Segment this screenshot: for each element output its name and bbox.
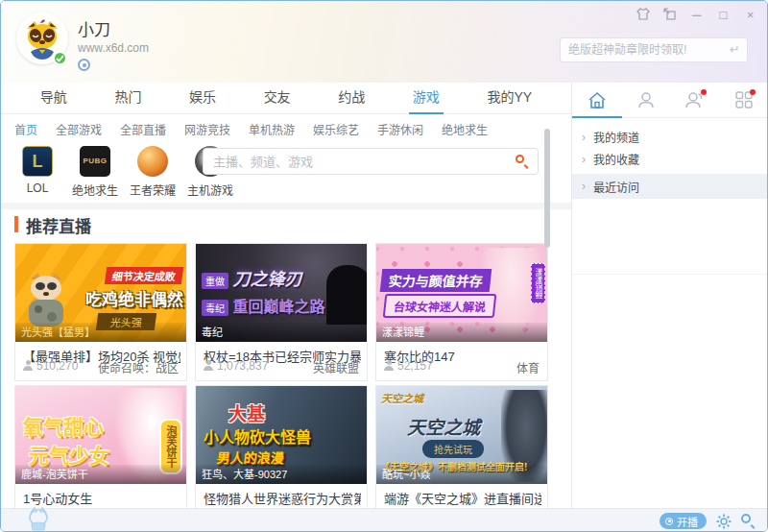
- status-target-icon[interactable]: [78, 59, 90, 71]
- streamer-name: 狂鸟、大基-90327: [196, 465, 367, 484]
- skin-icon[interactable]: [636, 8, 650, 22]
- stream-thumbnail: 天空之城 天空之城 抢先试玩 《天空之城》不删档测试全面开启! 酷玩~小焱: [376, 386, 547, 484]
- pubg-icon: PUBG: [80, 146, 110, 177]
- footer-actions: 开播: [660, 513, 756, 529]
- tab-yule[interactable]: 娱乐: [189, 83, 216, 114]
- streamer-name: 鹿城-泡芙饼干: [15, 465, 186, 484]
- thumb-main-text: 大基: [228, 399, 265, 425]
- thumb-sub-text: 台球女神迷人解说: [383, 294, 497, 318]
- close-button[interactable]: ×: [743, 8, 757, 22]
- chevron-right-icon: ›: [582, 180, 586, 193]
- character-silhouette: [326, 265, 367, 325]
- thumb-main-text: 氧气甜心: [23, 411, 104, 440]
- tab-yuezhan[interactable]: 约战: [338, 83, 365, 114]
- tab-jiaoyou[interactable]: 交友: [264, 83, 291, 114]
- streamer-name: 毒纪: [196, 323, 367, 342]
- sidebar-item-label: 我的频道: [593, 129, 639, 145]
- tab-daohang[interactable]: 导航: [40, 83, 67, 114]
- subnav-all-games[interactable]: 全部游戏: [56, 121, 102, 137]
- tab-remen[interactable]: 热门: [114, 83, 141, 114]
- thumb-tag: 重做: [202, 273, 228, 289]
- streamer-name: 光头强【猛男】: [15, 323, 186, 342]
- stream-card-5[interactable]: 大基 小人物砍大怪兽 男人的浪漫 狂鸟、大基-90327 怪物猎人世界迷惑行为大…: [195, 385, 368, 523]
- stream-card-4[interactable]: 氧气甜心 元气少女 泡芙饼干 鹿城-泡芙饼干 1号心动女生: [14, 385, 187, 523]
- quick-game-lol[interactable]: L LOL: [14, 146, 60, 198]
- thumb-side-tag: 漾漾锦鲤: [531, 263, 545, 303]
- footer-search-icon[interactable]: [741, 514, 756, 528]
- stream-title[interactable]: 怪物猎人世界迷惑行为大赏第2...: [204, 489, 361, 507]
- divider-band: [1, 203, 571, 209]
- stream-card-3[interactable]: 实力与颜值并存 台球女神迷人解说 漾漾锦鲤 漾漾锦鲤 塞尔比的147 52,15…: [375, 243, 548, 381]
- user-url: www.x6d.com: [78, 41, 149, 55]
- right-sidebar: › 我的频道 › 我的收藏 › 最近访问: [571, 83, 768, 508]
- sidebar-item-my-favorites[interactable]: › 我的收藏: [572, 148, 768, 170]
- settings-gear-icon[interactable]: [716, 514, 732, 529]
- header-search-input[interactable]: [568, 38, 722, 61]
- subnav-pc-games[interactable]: 单机热游: [249, 121, 295, 137]
- stream-card-2[interactable]: 重做 刀之锋刃 毒纪 重回巅峰之路 毒纪 权杖=18本书已经宗师实力暴涨... …: [195, 243, 368, 381]
- stream-category[interactable]: 使命召唤：战区: [98, 359, 179, 375]
- go-live-label: 开播: [677, 514, 698, 529]
- subnav-home[interactable]: 首页: [14, 121, 37, 137]
- stream-category[interactable]: 体育: [516, 359, 540, 375]
- chevron-right-icon: ›: [582, 131, 586, 144]
- tab-my-yy[interactable]: 我的YY: [487, 83, 532, 114]
- subnav-pubg[interactable]: 绝地求生: [442, 121, 488, 137]
- subnav-variety[interactable]: 娱乐综艺: [313, 121, 359, 137]
- sidebar-tab-friends[interactable]: [621, 83, 670, 117]
- streamer-name: 酷玩~小焱: [376, 465, 547, 484]
- quick-game-label: 王者荣耀: [130, 181, 176, 198]
- dog-character: [23, 273, 73, 328]
- section-accent-bar: [14, 216, 18, 232]
- sidebar-divider: [572, 274, 768, 275]
- sidebar-tab-apps[interactable]: [720, 83, 768, 117]
- notification-dot: [750, 89, 756, 95]
- stream-meta: 510,270 使命召唤：战区: [23, 359, 179, 375]
- viewer-icon: [23, 360, 33, 370]
- quick-game-label: 主机游戏: [187, 181, 233, 198]
- quick-game-label: 绝地求生: [72, 181, 118, 198]
- scrollbar-thumb[interactable]: [544, 129, 550, 248]
- sidebar-tab-home[interactable]: [572, 83, 621, 117]
- tab-youxi-active[interactable]: 游戏: [413, 83, 440, 114]
- footer-bar: 开播: [1, 508, 768, 532]
- stream-category[interactable]: 英雄联盟: [313, 359, 359, 375]
- subnav-all-live[interactable]: 全部直播: [120, 121, 166, 137]
- quick-game-wzry[interactable]: 王者荣耀: [130, 146, 176, 198]
- sidebar-item-recent-visits[interactable]: › 最近访问: [572, 174, 768, 199]
- mascot-footer-icon[interactable]: [26, 505, 51, 532]
- subnav-mobile-games[interactable]: 手游休闲: [377, 121, 423, 137]
- minimize-button[interactable]: ─: [689, 8, 704, 22]
- stream-thumbnail: 细节决定成败 吃鸡绝非偶然 光头强 光头强【猛男】: [15, 244, 186, 342]
- notification-dot: [701, 89, 707, 95]
- viewer-icon: [384, 360, 394, 370]
- enter-icon[interactable]: ↵: [730, 42, 740, 57]
- mini-mode-icon[interactable]: [662, 8, 677, 22]
- chevron-right-icon: ›: [582, 153, 586, 166]
- sidebar-tab-contacts[interactable]: [671, 83, 720, 117]
- thumb-game-logo: 天空之城: [381, 390, 423, 405]
- sub-nav: 首页 全部游戏 全部直播 网游竞技 单机热游 娱乐综艺 手游休闲 绝地求生: [1, 114, 571, 143]
- search-icon[interactable]: [516, 155, 530, 169]
- sidebar-tabs: [572, 83, 768, 118]
- lol-icon: L: [22, 146, 53, 177]
- stream-thumbnail: 实力与颜值并存 台球女神迷人解说 漾漾锦鲤 漾漾锦鲤: [376, 244, 547, 342]
- app-window: 小刀 www.x6d.com ↵ ─ □ × 导航 热门 娱乐 交友 约战 游戏…: [0, 0, 768, 532]
- maximize-button[interactable]: □: [716, 8, 731, 22]
- stream-thumbnail: 氧气甜心 元气少女 泡芙饼干 鹿城-泡芙饼干: [15, 386, 186, 484]
- content-search-input[interactable]: [213, 149, 501, 174]
- stream-card-6[interactable]: 天空之城 天空之城 抢先试玩 《天空之城》不删档测试全面开启! 酷玩~小焱 端游…: [375, 385, 548, 523]
- sidebar-item-my-channels[interactable]: › 我的频道: [572, 126, 768, 148]
- quick-game-pubg[interactable]: PUBG 绝地求生: [72, 146, 118, 198]
- stream-title[interactable]: 端游《天空之城》进直播间送能...: [384, 489, 541, 507]
- go-live-button[interactable]: 开播: [660, 513, 707, 529]
- online-status-badge: [53, 51, 67, 65]
- thumb-tagline: 男人的浪漫: [216, 447, 285, 467]
- window-controls: ─ □ ×: [636, 8, 757, 22]
- sidebar-item-label: 我的收藏: [593, 151, 639, 167]
- stream-meta: 52,157 体育: [384, 359, 540, 375]
- streamer-name: 漾漾锦鲤: [376, 323, 547, 342]
- subnav-online-games[interactable]: 网游竞技: [184, 121, 230, 137]
- record-icon: [665, 518, 673, 525]
- stream-card-1[interactable]: 细节决定成败 吃鸡绝非偶然 光头强 光头强【猛男】 【最强单排】场均20杀 视觉…: [14, 243, 187, 381]
